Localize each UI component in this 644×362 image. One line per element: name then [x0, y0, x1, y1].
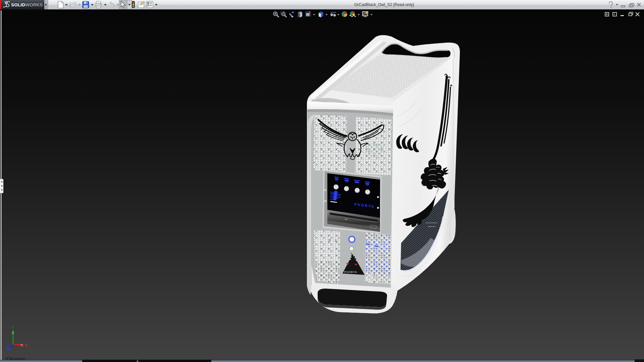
svg-text:Z: Z — [6, 346, 9, 350]
svg-text:Y: Y — [11, 325, 14, 329]
svg-text:X: X — [25, 343, 28, 348]
svg-text:PHOBYA: PHOBYA — [344, 270, 357, 274]
svg-text:SOLIDWORKS: SOLIDWORKS — [11, 2, 43, 7]
